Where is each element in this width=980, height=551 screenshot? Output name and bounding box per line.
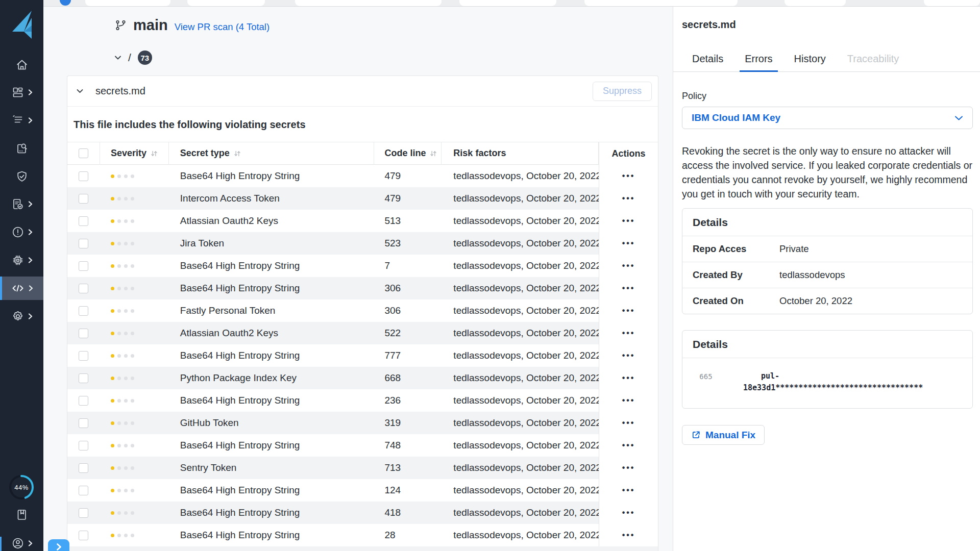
scan-progress-ring[interactable]: 44% xyxy=(8,474,35,500)
sidebar-expand-button[interactable] xyxy=(48,539,69,551)
tab-details[interactable]: Details xyxy=(687,49,728,71)
chevron-down-icon[interactable] xyxy=(77,89,83,93)
sidebar-item-settings[interactable] xyxy=(0,305,43,328)
row-actions-button[interactable]: ••• xyxy=(622,172,635,180)
tab-errors[interactable]: Errors xyxy=(740,49,777,71)
row-checkbox[interactable] xyxy=(79,171,88,181)
alert-circle-icon xyxy=(11,226,24,239)
app-logo[interactable] xyxy=(10,10,33,41)
book-icon xyxy=(15,508,29,521)
row-checkbox[interactable] xyxy=(79,441,88,450)
risk-factors-cell: tedlassodevops, October 20, 2022, xyxy=(442,485,599,496)
sort-icon[interactable] xyxy=(430,150,437,157)
chevron-right-icon xyxy=(28,201,33,208)
row-actions-button[interactable]: ••• xyxy=(622,307,635,315)
row-checkbox[interactable] xyxy=(79,216,88,226)
risk-factors-cell: tedlassodevops, October 20, 2022, xyxy=(442,530,599,541)
table-body: Base64 High Entropy String479tedlassodev… xyxy=(67,165,658,551)
sidebar-item-reports[interactable] xyxy=(0,192,43,216)
sidebar-item-source-code[interactable] xyxy=(0,277,43,300)
detail-row-repo-access: Repo Acces Private xyxy=(682,236,972,262)
row-checkbox[interactable] xyxy=(79,418,88,428)
sidebar-item-scans[interactable] xyxy=(0,109,43,132)
top-bar-placeholder xyxy=(295,0,442,6)
chevron-down-icon[interactable] xyxy=(114,55,121,60)
row-actions-button[interactable]: ••• xyxy=(622,284,635,292)
view-pr-scan-link[interactable]: View PR scan (4 Total) xyxy=(175,21,270,33)
tab-traceability: Traceability xyxy=(842,49,904,71)
severity-dots xyxy=(100,466,169,470)
scan-list-icon xyxy=(11,114,24,127)
table-row: Base64 High Entropy String777tedlassodev… xyxy=(67,344,658,367)
sidebar-item-integrations[interactable] xyxy=(0,248,43,272)
row-checkbox[interactable] xyxy=(79,261,88,271)
sidebar-item-issues[interactable] xyxy=(0,220,43,244)
row-actions-button[interactable]: ••• xyxy=(622,464,635,472)
chevron-right-icon xyxy=(28,89,33,96)
secret-type-cell: Atlassian Oauth2 Keys xyxy=(169,215,375,227)
row-checkbox[interactable] xyxy=(79,194,88,204)
col-code-line[interactable]: Code line xyxy=(384,148,426,159)
risk-factors-cell: tedlassodevops, October 20, 2022, xyxy=(442,350,599,361)
sidebar-item-policies[interactable] xyxy=(0,165,43,188)
row-checkbox[interactable] xyxy=(79,508,88,518)
sidebar-item-discovery[interactable] xyxy=(0,137,43,160)
table-row: Base64 High Entropy String306tedlassodev… xyxy=(67,277,658,299)
severity-dots xyxy=(100,174,169,178)
sidebar-item-account[interactable] xyxy=(0,532,43,551)
file-name: secrets.md xyxy=(95,85,145,97)
row-checkbox[interactable] xyxy=(79,396,88,406)
chevron-down-icon xyxy=(954,115,963,121)
row-checkbox[interactable] xyxy=(79,373,88,383)
breadcrumb-path[interactable]: / xyxy=(128,52,131,64)
row-actions-button[interactable]: ••• xyxy=(622,531,635,539)
code-line-cell: 513 xyxy=(374,215,442,227)
code-line-cell: 522 xyxy=(374,328,442,339)
col-severity[interactable]: Severity xyxy=(111,148,146,159)
col-secret-type[interactable]: Secret type xyxy=(180,148,230,159)
chevron-right-icon xyxy=(28,540,33,547)
tab-history[interactable]: History xyxy=(789,49,831,71)
file-card-subtitle: This file includes the following violati… xyxy=(74,119,658,131)
severity-dots xyxy=(100,197,169,201)
row-actions-button[interactable]: ••• xyxy=(622,374,635,382)
sort-icon[interactable] xyxy=(234,150,241,157)
row-actions-button[interactable]: ••• xyxy=(622,396,635,405)
row-checkbox[interactable] xyxy=(79,329,88,338)
row-actions-button[interactable]: ••• xyxy=(622,441,635,449)
sidebar-item-home[interactable] xyxy=(0,53,43,77)
row-actions-button[interactable]: ••• xyxy=(622,194,635,203)
row-checkbox[interactable] xyxy=(79,486,88,495)
row-actions-button[interactable]: ••• xyxy=(622,217,635,225)
panel-title: secrets.md xyxy=(682,19,980,31)
sort-icon[interactable] xyxy=(151,150,158,157)
severity-dots xyxy=(100,242,169,245)
row-actions-button[interactable]: ••• xyxy=(622,486,635,494)
suppress-button[interactable]: Suppress xyxy=(593,82,652,101)
row-checkbox[interactable] xyxy=(79,239,88,248)
row-checkbox[interactable] xyxy=(79,306,88,316)
code-line-cell: 418 xyxy=(374,507,442,518)
branch-header: main View PR scan (4 Total) xyxy=(115,17,270,34)
row-checkbox[interactable] xyxy=(79,284,88,293)
row-actions-button[interactable]: ••• xyxy=(622,329,635,337)
table-row: Atlassian Oauth2 Keys513tedlassodevops, … xyxy=(67,210,658,232)
risk-factors-cell: tedlassodevops, October 20, 2022, xyxy=(442,170,599,182)
sidebar-item-docs[interactable] xyxy=(0,503,43,527)
code-line-cell: 748 xyxy=(374,440,442,451)
sidebar-item-assets[interactable] xyxy=(0,81,43,104)
policy-select[interactable]: IBM Cloud IAM Key xyxy=(682,107,973,129)
row-checkbox[interactable] xyxy=(79,463,88,473)
severity-dots xyxy=(100,309,169,313)
select-all-checkbox[interactable] xyxy=(79,148,88,158)
row-actions-button[interactable]: ••• xyxy=(622,239,635,247)
code-icon xyxy=(11,282,25,295)
row-actions-button[interactable]: ••• xyxy=(622,419,635,427)
row-checkbox[interactable] xyxy=(79,531,88,540)
code-line-cell: 777 xyxy=(374,350,442,361)
manual-fix-button[interactable]: Manual Fix xyxy=(682,425,765,445)
row-actions-button[interactable]: ••• xyxy=(622,509,635,517)
row-actions-button[interactable]: ••• xyxy=(622,352,635,360)
row-actions-button[interactable]: ••• xyxy=(622,262,635,270)
row-checkbox[interactable] xyxy=(79,351,88,361)
